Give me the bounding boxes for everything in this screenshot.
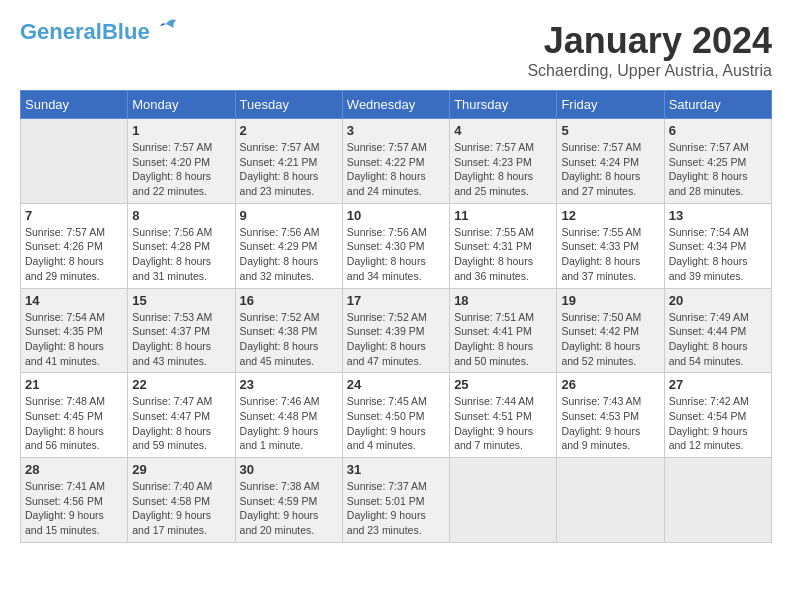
- month-year-title: January 2024: [527, 20, 772, 62]
- day-number: 2: [240, 123, 338, 138]
- calendar-cell: 23Sunrise: 7:46 AM Sunset: 4:48 PM Dayli…: [235, 373, 342, 458]
- calendar-cell: 31Sunrise: 7:37 AM Sunset: 5:01 PM Dayli…: [342, 458, 449, 543]
- calendar-week-row: 1Sunrise: 7:57 AM Sunset: 4:20 PM Daylig…: [21, 119, 772, 204]
- day-info: Sunrise: 7:45 AM Sunset: 4:50 PM Dayligh…: [347, 394, 445, 453]
- logo-blue: Blue: [102, 19, 150, 44]
- day-info: Sunrise: 7:57 AM Sunset: 4:21 PM Dayligh…: [240, 140, 338, 199]
- day-info: Sunrise: 7:55 AM Sunset: 4:33 PM Dayligh…: [561, 225, 659, 284]
- calendar-header-row: SundayMondayTuesdayWednesdayThursdayFrid…: [21, 91, 772, 119]
- day-info: Sunrise: 7:46 AM Sunset: 4:48 PM Dayligh…: [240, 394, 338, 453]
- calendar-cell: [557, 458, 664, 543]
- calendar-cell: 2Sunrise: 7:57 AM Sunset: 4:21 PM Daylig…: [235, 119, 342, 204]
- day-number: 31: [347, 462, 445, 477]
- day-number: 16: [240, 293, 338, 308]
- day-number: 17: [347, 293, 445, 308]
- calendar-header-tuesday: Tuesday: [235, 91, 342, 119]
- day-info: Sunrise: 7:51 AM Sunset: 4:41 PM Dayligh…: [454, 310, 552, 369]
- day-info: Sunrise: 7:57 AM Sunset: 4:26 PM Dayligh…: [25, 225, 123, 284]
- day-info: Sunrise: 7:49 AM Sunset: 4:44 PM Dayligh…: [669, 310, 767, 369]
- logo-general: General: [20, 19, 102, 44]
- calendar-cell: [21, 119, 128, 204]
- day-info: Sunrise: 7:57 AM Sunset: 4:22 PM Dayligh…: [347, 140, 445, 199]
- calendar-cell: 11Sunrise: 7:55 AM Sunset: 4:31 PM Dayli…: [450, 203, 557, 288]
- day-info: Sunrise: 7:56 AM Sunset: 4:28 PM Dayligh…: [132, 225, 230, 284]
- day-number: 18: [454, 293, 552, 308]
- calendar-cell: 27Sunrise: 7:42 AM Sunset: 4:54 PM Dayli…: [664, 373, 771, 458]
- calendar-cell: 19Sunrise: 7:50 AM Sunset: 4:42 PM Dayli…: [557, 288, 664, 373]
- day-number: 1: [132, 123, 230, 138]
- day-number: 25: [454, 377, 552, 392]
- day-info: Sunrise: 7:47 AM Sunset: 4:47 PM Dayligh…: [132, 394, 230, 453]
- day-info: Sunrise: 7:41 AM Sunset: 4:56 PM Dayligh…: [25, 479, 123, 538]
- page-header: GeneralBlue January 2024 Schaerding, Upp…: [20, 20, 772, 80]
- calendar-cell: [664, 458, 771, 543]
- calendar-cell: 6Sunrise: 7:57 AM Sunset: 4:25 PM Daylig…: [664, 119, 771, 204]
- calendar-week-row: 28Sunrise: 7:41 AM Sunset: 4:56 PM Dayli…: [21, 458, 772, 543]
- day-number: 9: [240, 208, 338, 223]
- day-info: Sunrise: 7:57 AM Sunset: 4:20 PM Dayligh…: [132, 140, 230, 199]
- day-number: 20: [669, 293, 767, 308]
- calendar-cell: 15Sunrise: 7:53 AM Sunset: 4:37 PM Dayli…: [128, 288, 235, 373]
- day-info: Sunrise: 7:56 AM Sunset: 4:30 PM Dayligh…: [347, 225, 445, 284]
- day-number: 12: [561, 208, 659, 223]
- calendar-cell: 21Sunrise: 7:48 AM Sunset: 4:45 PM Dayli…: [21, 373, 128, 458]
- calendar-cell: 28Sunrise: 7:41 AM Sunset: 4:56 PM Dayli…: [21, 458, 128, 543]
- day-info: Sunrise: 7:38 AM Sunset: 4:59 PM Dayligh…: [240, 479, 338, 538]
- day-number: 24: [347, 377, 445, 392]
- calendar-header-wednesday: Wednesday: [342, 91, 449, 119]
- logo-bird-icon: [152, 16, 180, 44]
- day-info: Sunrise: 7:54 AM Sunset: 4:35 PM Dayligh…: [25, 310, 123, 369]
- calendar-cell: 16Sunrise: 7:52 AM Sunset: 4:38 PM Dayli…: [235, 288, 342, 373]
- day-number: 5: [561, 123, 659, 138]
- day-info: Sunrise: 7:40 AM Sunset: 4:58 PM Dayligh…: [132, 479, 230, 538]
- day-number: 10: [347, 208, 445, 223]
- day-info: Sunrise: 7:52 AM Sunset: 4:39 PM Dayligh…: [347, 310, 445, 369]
- day-info: Sunrise: 7:44 AM Sunset: 4:51 PM Dayligh…: [454, 394, 552, 453]
- day-info: Sunrise: 7:50 AM Sunset: 4:42 PM Dayligh…: [561, 310, 659, 369]
- calendar-cell: 3Sunrise: 7:57 AM Sunset: 4:22 PM Daylig…: [342, 119, 449, 204]
- calendar-cell: 14Sunrise: 7:54 AM Sunset: 4:35 PM Dayli…: [21, 288, 128, 373]
- calendar-week-row: 21Sunrise: 7:48 AM Sunset: 4:45 PM Dayli…: [21, 373, 772, 458]
- day-number: 6: [669, 123, 767, 138]
- day-info: Sunrise: 7:55 AM Sunset: 4:31 PM Dayligh…: [454, 225, 552, 284]
- day-info: Sunrise: 7:56 AM Sunset: 4:29 PM Dayligh…: [240, 225, 338, 284]
- calendar-cell: 22Sunrise: 7:47 AM Sunset: 4:47 PM Dayli…: [128, 373, 235, 458]
- calendar-cell: 13Sunrise: 7:54 AM Sunset: 4:34 PM Dayli…: [664, 203, 771, 288]
- calendar-header-monday: Monday: [128, 91, 235, 119]
- day-number: 26: [561, 377, 659, 392]
- calendar-cell: [450, 458, 557, 543]
- day-number: 11: [454, 208, 552, 223]
- day-number: 27: [669, 377, 767, 392]
- calendar-cell: 12Sunrise: 7:55 AM Sunset: 4:33 PM Dayli…: [557, 203, 664, 288]
- calendar-cell: 30Sunrise: 7:38 AM Sunset: 4:59 PM Dayli…: [235, 458, 342, 543]
- calendar-cell: 9Sunrise: 7:56 AM Sunset: 4:29 PM Daylig…: [235, 203, 342, 288]
- day-info: Sunrise: 7:52 AM Sunset: 4:38 PM Dayligh…: [240, 310, 338, 369]
- location-subtitle: Schaerding, Upper Austria, Austria: [527, 62, 772, 80]
- calendar-cell: 5Sunrise: 7:57 AM Sunset: 4:24 PM Daylig…: [557, 119, 664, 204]
- day-number: 15: [132, 293, 230, 308]
- title-block: January 2024 Schaerding, Upper Austria, …: [527, 20, 772, 80]
- day-info: Sunrise: 7:53 AM Sunset: 4:37 PM Dayligh…: [132, 310, 230, 369]
- calendar-cell: 24Sunrise: 7:45 AM Sunset: 4:50 PM Dayli…: [342, 373, 449, 458]
- calendar-week-row: 7Sunrise: 7:57 AM Sunset: 4:26 PM Daylig…: [21, 203, 772, 288]
- calendar-cell: 7Sunrise: 7:57 AM Sunset: 4:26 PM Daylig…: [21, 203, 128, 288]
- day-number: 7: [25, 208, 123, 223]
- calendar-header-thursday: Thursday: [450, 91, 557, 119]
- logo: GeneralBlue: [20, 20, 180, 44]
- day-info: Sunrise: 7:42 AM Sunset: 4:54 PM Dayligh…: [669, 394, 767, 453]
- day-number: 8: [132, 208, 230, 223]
- calendar-header-saturday: Saturday: [664, 91, 771, 119]
- calendar-cell: 26Sunrise: 7:43 AM Sunset: 4:53 PM Dayli…: [557, 373, 664, 458]
- calendar-cell: 1Sunrise: 7:57 AM Sunset: 4:20 PM Daylig…: [128, 119, 235, 204]
- calendar-cell: 25Sunrise: 7:44 AM Sunset: 4:51 PM Dayli…: [450, 373, 557, 458]
- day-number: 21: [25, 377, 123, 392]
- day-info: Sunrise: 7:37 AM Sunset: 5:01 PM Dayligh…: [347, 479, 445, 538]
- day-number: 4: [454, 123, 552, 138]
- day-info: Sunrise: 7:54 AM Sunset: 4:34 PM Dayligh…: [669, 225, 767, 284]
- calendar-header-sunday: Sunday: [21, 91, 128, 119]
- calendar-cell: 29Sunrise: 7:40 AM Sunset: 4:58 PM Dayli…: [128, 458, 235, 543]
- calendar-cell: 10Sunrise: 7:56 AM Sunset: 4:30 PM Dayli…: [342, 203, 449, 288]
- day-info: Sunrise: 7:57 AM Sunset: 4:23 PM Dayligh…: [454, 140, 552, 199]
- day-info: Sunrise: 7:57 AM Sunset: 4:24 PM Dayligh…: [561, 140, 659, 199]
- day-info: Sunrise: 7:57 AM Sunset: 4:25 PM Dayligh…: [669, 140, 767, 199]
